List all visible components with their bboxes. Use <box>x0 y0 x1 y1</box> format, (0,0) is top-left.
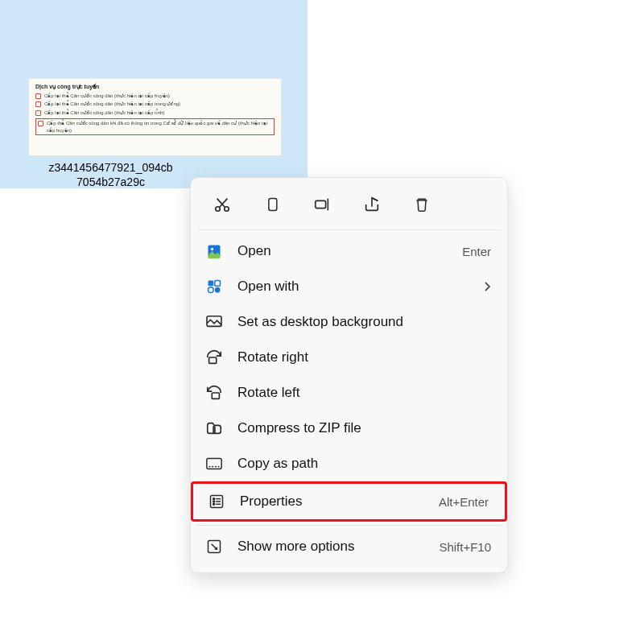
menu-open[interactable]: Open Enter <box>191 233 507 269</box>
rename-icon <box>313 196 331 213</box>
menu-properties[interactable]: Properties Alt+Enter <box>191 481 507 522</box>
file-name: z3441456477921_094cb 7054b27a29c <box>28 161 193 189</box>
menu-copy-path[interactable]: Copy as path <box>191 446 507 481</box>
svg-point-12 <box>215 287 221 293</box>
open-with-icon <box>204 278 225 295</box>
menu-shortcut: Alt+Enter <box>439 495 489 509</box>
properties-icon <box>206 493 227 510</box>
svg-point-1 <box>225 207 229 212</box>
svg-rect-10 <box>215 281 221 287</box>
menu-label: Show more options <box>237 539 426 555</box>
thumb-title: Dịch vụ công trực tuyến <box>35 84 275 90</box>
copy-icon <box>264 196 280 213</box>
svg-point-8 <box>211 248 213 250</box>
menu-label: Rotate left <box>237 385 491 401</box>
menu-compress[interactable]: Compress to ZIP file <box>191 411 507 446</box>
share-icon <box>363 196 381 213</box>
thumb-line: Cấp thẻ Căn cước công dân khi đã có thôn… <box>35 118 275 135</box>
menu-shortcut: Enter <box>462 245 491 258</box>
menu-label: Set as desktop background <box>237 314 491 330</box>
menu-label: Open with <box>237 279 470 295</box>
thumb-line: Cấp lại thẻ Căn cước công dân (thực hiện… <box>35 109 275 116</box>
menu-label: Rotate right <box>237 349 491 365</box>
delete-icon <box>414 196 430 213</box>
menu-label: Open <box>237 243 449 259</box>
menu-rotate-right[interactable]: Rotate right <box>191 340 507 375</box>
svg-rect-15 <box>212 393 219 398</box>
svg-rect-4 <box>269 199 277 211</box>
menu-open-with[interactable]: Open with <box>191 269 507 304</box>
rename-button[interactable] <box>308 191 336 218</box>
svg-point-0 <box>216 207 221 212</box>
svg-point-11 <box>208 287 214 293</box>
zip-icon <box>204 419 225 437</box>
share-button[interactable] <box>358 191 386 218</box>
menu-show-more[interactable]: Show more options Shift+F10 <box>191 529 507 564</box>
svg-point-26 <box>213 501 215 502</box>
rotate-left-icon <box>204 384 225 402</box>
svg-rect-18 <box>207 459 221 469</box>
copy-path-icon <box>204 455 225 473</box>
file-tile[interactable]: Dịch vụ công trực tuyến Cấp lại thẻ Căn … <box>0 0 308 188</box>
svg-rect-14 <box>209 357 217 363</box>
cut-button[interactable] <box>208 191 236 218</box>
svg-point-28 <box>213 503 215 505</box>
context-menu: Open Enter Open with Set as desktop back… <box>190 177 508 573</box>
chevron-right-icon <box>483 281 491 292</box>
copy-button[interactable] <box>258 191 286 218</box>
desktop-background-icon <box>204 313 225 331</box>
thumb-line: Cấp lại thẻ Căn cước công dân (thực hiện… <box>35 93 275 99</box>
menu-label: Compress to ZIP file <box>237 420 491 436</box>
svg-point-24 <box>213 498 215 500</box>
more-options-icon <box>204 538 225 555</box>
menu-set-background[interactable]: Set as desktop background <box>191 304 507 340</box>
svg-rect-5 <box>316 200 326 208</box>
svg-rect-9 <box>208 281 214 287</box>
separator <box>197 525 501 526</box>
menu-shortcut: Shift+F10 <box>439 540 491 554</box>
thumb-line: Cấp lại thẻ Căn cước công dân (thực hiện… <box>35 101 275 107</box>
separator <box>197 229 501 230</box>
menu-label: Properties <box>240 493 426 510</box>
menu-label: Copy as path <box>237 456 491 472</box>
rotate-right-icon <box>204 349 225 366</box>
image-icon <box>204 242 225 260</box>
cut-icon <box>213 196 231 213</box>
delete-button[interactable] <box>408 191 436 218</box>
file-thumbnail: Dịch vụ công trực tuyến Cấp lại thẻ Căn … <box>28 78 282 156</box>
context-icon-row <box>191 186 507 226</box>
menu-rotate-left[interactable]: Rotate left <box>191 375 507 411</box>
